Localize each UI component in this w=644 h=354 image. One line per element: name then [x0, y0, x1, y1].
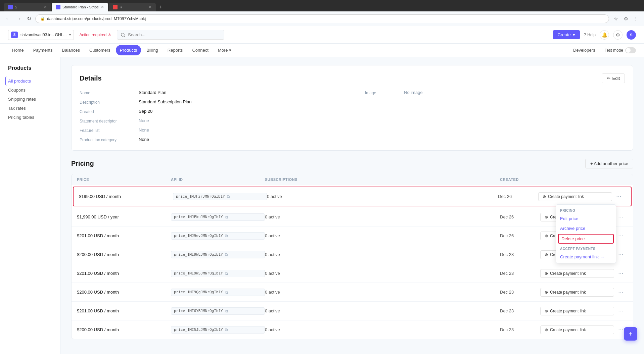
create-payment-link-btn-8[interactable]: ⊕ Create payment link: [540, 325, 614, 334]
gear-icon: ⚙: [616, 32, 620, 38]
copy-btn-7[interactable]: ⧉: [225, 309, 228, 313]
create-button[interactable]: Create ▾: [553, 30, 580, 39]
header-search: [117, 30, 224, 40]
pencil-icon: ✏: [607, 76, 610, 81]
new-tab-button[interactable]: +: [156, 3, 165, 11]
content-area: Details ✏ Edit Name Standard Plan Image …: [60, 57, 644, 354]
th-price: PRICE: [77, 178, 171, 182]
plus-icon-8: ⊕: [545, 327, 548, 332]
create-label: Create: [558, 32, 571, 37]
created-value: Sep 20: [139, 109, 360, 114]
back-button[interactable]: ←: [4, 14, 12, 23]
dropdown-delete-price[interactable]: Delete price: [558, 234, 614, 244]
sidebar-item-tax-rates[interactable]: Tax rates: [5, 104, 55, 113]
nav-item-billing[interactable]: Billing: [142, 45, 162, 55]
create-link-label-7: Create payment link: [550, 309, 586, 313]
bookmark-button[interactable]: ☆: [612, 15, 620, 23]
create-payment-link-btn-7[interactable]: ⊕ Create payment link: [540, 307, 614, 315]
plus-icon-5: ⊕: [545, 271, 548, 276]
product-tax-category-label: Product tax category: [80, 137, 133, 142]
delete-price-label: Delete price: [561, 236, 585, 241]
fab-button[interactable]: +: [624, 327, 637, 341]
subs-7: 0 active: [265, 308, 500, 313]
test-mode-switch[interactable]: [625, 47, 636, 53]
help-label: Help: [587, 33, 596, 37]
notifications-button[interactable]: 🔔: [600, 30, 609, 40]
sidebar-item-all-products[interactable]: All products: [5, 77, 55, 86]
settings-button[interactable]: ⚙: [613, 30, 623, 40]
extensions-button[interactable]: ⚙: [622, 15, 630, 23]
table-row-3: $201.00 USD / month price_1MJ9evJMNrQgIb…: [72, 226, 633, 245]
plus-icon-4: ⊕: [545, 252, 548, 257]
copy-btn-4[interactable]: ⧉: [225, 252, 228, 257]
menu-button[interactable]: ⋮: [632, 15, 640, 23]
edit-button[interactable]: ✏ Edit: [602, 73, 625, 83]
more-btn-2[interactable]: ⋯: [614, 212, 628, 221]
browser-tabs: S ✕ Standard Plan - Stripe ✕ R ✕ +: [4, 3, 640, 11]
sidebar-item-shipping-rates[interactable]: Shipping rates: [5, 95, 55, 104]
details-grid: Name Standard Plan Image No image Descri…: [80, 90, 625, 142]
sidebar-item-pricing-tables[interactable]: Pricing tables: [5, 113, 55, 122]
create-link-label-8: Create payment link: [550, 327, 586, 332]
nav-item-payments[interactable]: Payments: [29, 45, 57, 55]
sidebar-item-coupons[interactable]: Coupons: [5, 86, 55, 95]
browser-toolbar: ← → ↻ 🔒 dashboard.stripe.com/products/pr…: [0, 11, 644, 26]
copy-btn-5[interactable]: ⧉: [225, 271, 228, 276]
plus-icon-1: ⊕: [543, 194, 546, 199]
nav-item-home[interactable]: Home: [8, 45, 28, 55]
nav-item-customers[interactable]: Customers: [85, 45, 114, 55]
create-payment-link-btn-6[interactable]: ⊕ Create payment link: [540, 288, 614, 297]
copy-btn-8[interactable]: ⧉: [225, 327, 228, 332]
more-btn-1[interactable]: ⋯: [612, 192, 626, 201]
search-input[interactable]: [117, 30, 224, 40]
subs-4: 0 active: [265, 252, 500, 257]
table-row-7: $201.00 USD / month price_1MI6YBJMNrQgIb…: [72, 302, 633, 320]
table-row-6: $200.00 USD / month price_1MI9QgJMNrQgIb…: [72, 283, 633, 302]
nav-item-balances[interactable]: Balances: [58, 45, 84, 55]
help-button[interactable]: ? Help: [584, 33, 596, 37]
nav-item-products[interactable]: Products: [116, 45, 141, 55]
api-id-5: price_1MI9W5JMNrQgIb1Y ⧉: [171, 270, 265, 277]
browser-tab-1[interactable]: S ✕: [4, 3, 51, 11]
copy-btn-1[interactable]: ⧉: [227, 194, 230, 199]
main-container: Products All products Coupons Shipping r…: [0, 57, 644, 354]
tab-icon-1: [8, 5, 13, 9]
browser-tab-3[interactable]: R ✕: [109, 3, 156, 11]
nav-item-connect[interactable]: Connect: [188, 45, 212, 55]
forward-button[interactable]: →: [15, 14, 23, 23]
developers-link[interactable]: Developers: [569, 45, 599, 55]
details-card-header: Details ✏ Edit: [80, 73, 625, 83]
test-mode-toggle[interactable]: Test mode: [605, 47, 636, 53]
dropdown-create-payment-link[interactable]: Create payment link →: [556, 252, 616, 262]
create-payment-link-btn-5[interactable]: ⊕ Create payment link: [540, 269, 614, 278]
address-bar[interactable]: 🔒 dashboard.stripe.com/products/prod_MT0…: [35, 14, 609, 23]
refresh-button[interactable]: ↻: [26, 14, 33, 23]
workspace-selector[interactable]: S shivamtiwari93.in - GHL... ▾: [8, 30, 74, 40]
add-price-button[interactable]: + Add another price: [585, 159, 633, 168]
action-required-badge[interactable]: Action required ⚠: [79, 33, 111, 37]
dropdown-edit-price[interactable]: Edit price: [556, 214, 616, 223]
api-id-8: price_1MI5JLJMNrQgIb1Y ⧉: [171, 326, 265, 334]
more-btn-5[interactable]: ⋯: [614, 269, 628, 278]
nav-item-more[interactable]: More ▾: [214, 45, 235, 55]
more-btn-4[interactable]: ⋯: [614, 250, 628, 259]
user-avatar[interactable]: S: [627, 30, 636, 40]
nav-item-reports[interactable]: Reports: [164, 45, 187, 55]
api-id-3: price_1MJ9evJMNrQgIb1Y ⧉: [171, 232, 265, 240]
copy-btn-3[interactable]: ⧉: [225, 234, 228, 238]
subs-8: 0 active: [265, 327, 500, 332]
create-payment-link-btn-1[interactable]: ⊕ Create payment link: [538, 192, 612, 201]
copy-btn-2[interactable]: ⧉: [225, 215, 228, 219]
tab-close-active[interactable]: ✕: [101, 5, 104, 9]
dropdown-archive-price[interactable]: Archive price: [556, 223, 616, 233]
pricing-table: PRICE API ID SUBSCRIPTIONS CREATED $199.…: [71, 174, 633, 339]
more-btn-6[interactable]: ⋯: [614, 288, 628, 297]
more-btn-3[interactable]: ⋯: [614, 231, 628, 240]
tab-close-1[interactable]: ✕: [44, 5, 47, 9]
date-5: Dec 23: [500, 271, 540, 276]
name-label: Name: [80, 90, 133, 95]
tab-close-3[interactable]: ✕: [148, 5, 152, 9]
copy-btn-6[interactable]: ⧉: [225, 290, 228, 295]
browser-tab-active[interactable]: Standard Plan - Stripe ✕: [52, 3, 108, 11]
more-btn-7[interactable]: ⋯: [614, 306, 628, 315]
